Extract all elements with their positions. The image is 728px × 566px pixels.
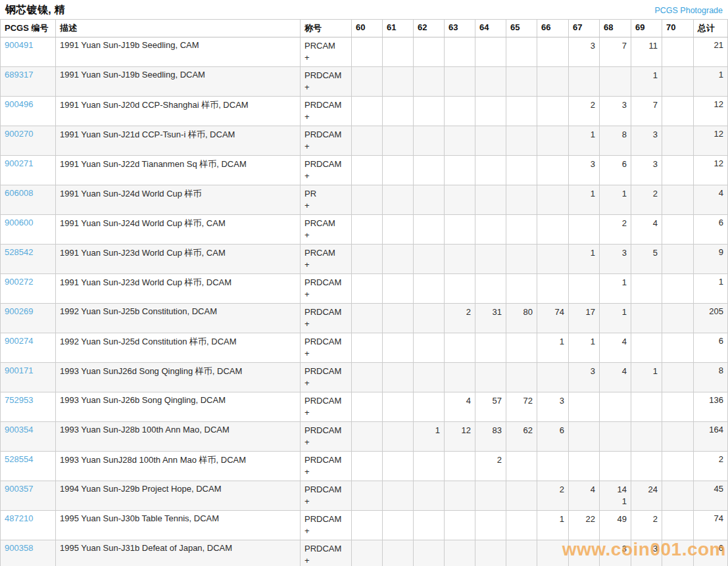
grade-63-cell: 12 <box>445 422 475 452</box>
grade-60-cell <box>352 126 383 156</box>
grade-60-cell <box>352 67 383 97</box>
grade-65-cell <box>506 333 537 363</box>
grade-68-cell: 49 <box>600 511 631 540</box>
grade-66-cell <box>537 37 569 67</box>
coin-description: 1992 Yuan Sun-J25b Constitution, DCAM <box>56 304 301 333</box>
grade-67-cell <box>569 274 600 304</box>
grade-61-cell <box>383 511 414 540</box>
pcgs-number-cell: 689317 <box>1 67 56 97</box>
pcgs-number-link[interactable]: 900270 <box>5 129 33 139</box>
coin-description: 1993 Yuan Sun-J26b Song Qingling, DCAM <box>56 392 301 422</box>
pcgs-number-link[interactable]: 487210 <box>5 513 33 523</box>
grade-62-cell <box>414 245 445 274</box>
grade-68-cell: 4 <box>600 333 631 363</box>
col-header-description: 描述 <box>56 20 301 37</box>
pcgs-photograde-link[interactable]: PCGS Photograde <box>654 6 723 15</box>
grade-65-cell: 62 <box>506 422 537 452</box>
grade-64-cell <box>475 97 506 126</box>
grade-63-cell <box>445 511 475 540</box>
table-row: 9002691992 Yuan Sun-J25b Constitution, D… <box>1 304 728 333</box>
table-row: 9003541993 Yuan Sun-J28b 100th Ann Mao, … <box>1 422 728 452</box>
coin-description: 1995 Yuan Sun-J30b Table Tennis, DCAM <box>56 511 301 540</box>
grade-61-cell <box>383 274 414 304</box>
total-cell: 21 <box>694 37 728 67</box>
pcgs-number-link[interactable]: 900357 <box>5 484 33 494</box>
total-cell: 74 <box>694 511 728 540</box>
grade-65-cell <box>506 97 537 126</box>
pcgs-number-link[interactable]: 900491 <box>5 40 33 50</box>
grade-63-cell <box>445 185 475 215</box>
grade-66-cell: 2 <box>537 481 569 511</box>
grade-60-cell <box>352 97 383 126</box>
pcgs-number-link[interactable]: 900171 <box>5 366 33 375</box>
grade-67-cell <box>569 452 600 481</box>
designation-cell: PRDCAM+ <box>301 67 352 97</box>
pcgs-number-link[interactable]: 528554 <box>5 454 33 464</box>
grade-61-cell <box>383 333 414 363</box>
pcgs-number-link[interactable]: 900269 <box>5 306 33 316</box>
grade-64-cell: 57 <box>475 392 506 422</box>
grade-65-cell <box>506 363 537 392</box>
grade-66-cell <box>537 215 569 245</box>
grade-70-cell <box>662 392 694 422</box>
grade-69-cell: 4 <box>631 215 662 245</box>
col-header-grade-69: 69 <box>631 20 662 37</box>
grade-65-cell <box>506 37 537 67</box>
grade-60-cell <box>352 215 383 245</box>
grade-69-cell: 5 <box>631 245 662 274</box>
pcgs-number-link[interactable]: 900496 <box>5 99 33 109</box>
grade-66-cell <box>537 185 569 215</box>
total-cell: 4 <box>694 185 728 215</box>
pcgs-number-link[interactable]: 689317 <box>5 70 33 80</box>
total-cell: 9 <box>694 245 728 274</box>
grade-60-cell <box>352 304 383 333</box>
pcgs-number-link[interactable]: 606008 <box>5 188 33 198</box>
pcgs-number-link[interactable]: 900358 <box>5 543 33 553</box>
grade-70-cell <box>662 126 694 156</box>
pcgs-number-cell: 528554 <box>1 452 56 481</box>
total-cell: 6 <box>694 215 728 245</box>
total-cell: 1 <box>694 67 728 97</box>
grade-61-cell <box>383 156 414 185</box>
grade-62-cell <box>414 392 445 422</box>
pcgs-number-cell: 487210 <box>1 511 56 540</box>
pcgs-number-link[interactable]: 752953 <box>5 395 33 405</box>
grade-68-cell <box>600 67 631 97</box>
grade-62-cell <box>414 97 445 126</box>
pcgs-number-link[interactable]: 528542 <box>5 247 33 257</box>
grade-63-cell <box>445 274 475 304</box>
page-title: 钢芯镀镍, 精 <box>5 3 65 17</box>
designation-cell: PRDCAM+ <box>301 540 352 566</box>
grade-68-cell: 8 <box>600 126 631 156</box>
col-header-designation: 称号 <box>301 20 352 37</box>
pcgs-number-link[interactable]: 900600 <box>5 218 33 227</box>
pcgs-number-cell: 900496 <box>1 97 56 126</box>
designation-cell: PRDCAM+ <box>301 452 352 481</box>
grade-61-cell <box>383 97 414 126</box>
grade-62-cell <box>414 185 445 215</box>
pcgs-number-link[interactable]: 900274 <box>5 336 33 346</box>
grade-60-cell <box>352 540 383 566</box>
coin-description: 1991 Yuan Sun-J20d CCP-Shanghai 样币, DCAM <box>56 97 301 126</box>
grade-69-cell: 11 <box>631 37 662 67</box>
grade-60-cell <box>352 452 383 481</box>
top-bar: 钢芯镀镍, 精 PCGS Photograde <box>0 0 728 19</box>
grade-63-cell <box>445 481 475 511</box>
pcgs-number-cell: 900274 <box>1 333 56 363</box>
grade-60-cell <box>352 392 383 422</box>
grade-65-cell <box>506 452 537 481</box>
grade-60-cell <box>352 185 383 215</box>
grade-61-cell <box>383 363 414 392</box>
pcgs-number-link[interactable]: 900271 <box>5 158 33 168</box>
pcgs-number-link[interactable]: 900272 <box>5 277 33 287</box>
grade-68-cell: 3 <box>600 97 631 126</box>
grade-60-cell <box>352 274 383 304</box>
grade-69-cell <box>631 333 662 363</box>
grade-67-cell: 1 <box>569 126 600 156</box>
pcgs-number-link[interactable]: 900354 <box>5 425 33 435</box>
col-header-pcgs-number: PCGS 编号 <box>1 20 56 37</box>
coin-description: 1991 Yuan Sun-J19b Seedling, CAM <box>56 37 301 67</box>
grade-67-cell <box>569 67 600 97</box>
coin-description: 1991 Yuan Sun-J21d CCP-Tsun-i 样币, DCAM <box>56 126 301 156</box>
pcgs-number-cell: 900271 <box>1 156 56 185</box>
